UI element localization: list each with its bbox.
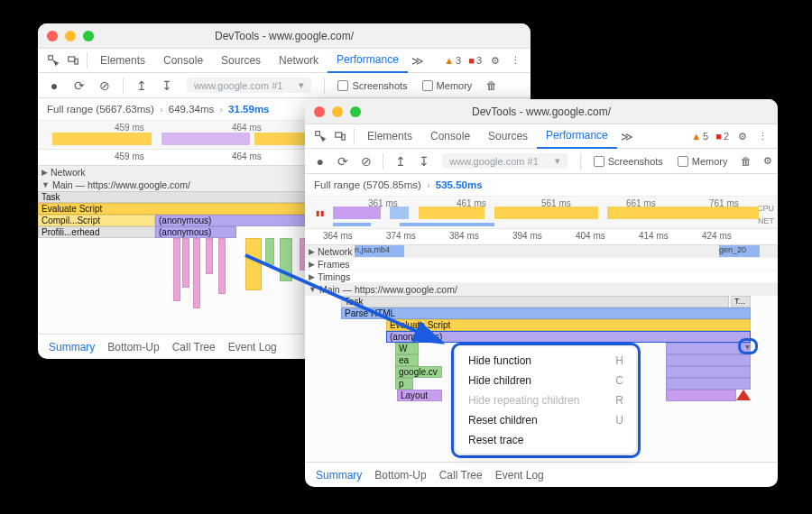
tab-sources[interactable]: Sources	[212, 49, 270, 73]
clear-button[interactable]: ⊘	[94, 77, 115, 95]
tab-console[interactable]: Console	[421, 124, 479, 149]
screenshots-checkbox[interactable]: Screenshots	[594, 156, 663, 167]
breadcrumb-full[interactable]: Full range (5667.63ms)	[47, 104, 154, 115]
record-button[interactable]: ●	[310, 152, 329, 170]
window-title: DevTools - www.google.com/	[38, 30, 531, 42]
kebab-menu-icon[interactable]: ⋮	[505, 50, 525, 70]
tab-performance[interactable]: Performance	[537, 124, 617, 149]
clear-button[interactable]: ⊘	[356, 152, 375, 170]
tab-eventlog[interactable]: Event Log	[228, 335, 277, 359]
chevron-down-icon[interactable]: ▾	[745, 342, 750, 352]
track-network[interactable]: ▶Network n,jsa,mb4 gen_20	[305, 245, 778, 258]
upload-icon[interactable]: ↥	[131, 77, 152, 95]
context-menu-highlight: Hide functionH Hide childrenC Hide repea…	[451, 343, 641, 458]
tab-console[interactable]: Console	[154, 49, 212, 73]
flame-evaluate-script[interactable]: Evaluate Script	[386, 319, 751, 331]
recording-select[interactable]: www.google.com #1 ▾	[187, 78, 311, 93]
issues-warnings[interactable]: ▲3	[440, 55, 465, 66]
chevron-down-icon: ▾	[555, 155, 560, 167]
trash-icon[interactable]: 🗑	[481, 77, 503, 95]
issues-warnings[interactable]: ▲5	[687, 131, 712, 142]
network-detail[interactable]: n,jsa,mb4	[355, 245, 404, 257]
track-timings[interactable]: ▶Timings	[305, 271, 778, 283]
breadcrumb-full[interactable]: Full range (5705.85ms)	[314, 179, 421, 190]
reload-record-button[interactable]: ⟳	[333, 152, 352, 170]
device-toggle-icon[interactable]	[63, 50, 83, 70]
settings-icon[interactable]: ⚙	[763, 155, 772, 167]
device-toggle-icon[interactable]	[330, 126, 350, 146]
network-gen[interactable]: gen_20	[719, 245, 760, 257]
flame-profile[interactable]: Profili...erhead	[38, 226, 155, 238]
tab-sources[interactable]: Sources	[479, 124, 537, 149]
dropdown-highlight: ▾	[738, 338, 758, 354]
chevron-down-icon: ▾	[299, 79, 304, 91]
flame-google-cv[interactable]: google.cv	[395, 366, 442, 378]
memory-checkbox[interactable]: Memory	[422, 80, 473, 91]
tab-bottomup[interactable]: Bottom-Up	[107, 335, 159, 359]
settings-icon[interactable]: ⚙	[485, 50, 505, 70]
memory-checkbox[interactable]: Memory	[678, 156, 728, 167]
ctx-hide-repeating: Hide repeating childrenR	[456, 390, 636, 410]
track-frames[interactable]: ▶Frames	[305, 258, 778, 271]
svg-rect-3	[316, 132, 320, 136]
time-ruler[interactable]: 364 ms 374 ms 384 ms 394 ms 404 ms 414 m…	[305, 229, 778, 245]
trash-icon[interactable]: 🗑	[737, 152, 756, 170]
overview-minimap[interactable]: 361 ms 461 ms 561 ms 661 ms 761 ms CPU N…	[305, 197, 778, 229]
flame-w[interactable]: W	[395, 343, 419, 354]
download-icon[interactable]: ↧	[156, 77, 178, 95]
flame-p[interactable]: p	[395, 378, 413, 390]
more-tabs-icon[interactable]: ≫	[617, 130, 637, 143]
tab-performance[interactable]: Performance	[328, 49, 408, 73]
recording-select[interactable]: www.google.com #1 ▾	[442, 153, 567, 169]
context-menu[interactable]: Hide functionH Hide childrenC Hide repea…	[456, 347, 636, 454]
track-main[interactable]: ▼Main — https://www.google.com/	[305, 283, 778, 296]
svg-rect-0	[49, 56, 53, 60]
tab-bottomup[interactable]: Bottom-Up	[374, 463, 426, 487]
flame-task[interactable]: Task	[341, 296, 729, 307]
ctx-hide-function[interactable]: Hide functionH	[456, 351, 636, 371]
flame-layout[interactable]: Layout	[397, 390, 442, 401]
divider	[87, 52, 88, 69]
inspect-icon[interactable]	[310, 126, 330, 146]
ctx-reset-trace[interactable]: Reset trace	[456, 430, 636, 450]
svg-rect-5	[342, 134, 346, 140]
tab-summary[interactable]: Summary	[49, 335, 95, 359]
breadcrumb-mid[interactable]: 649.34ms	[169, 104, 215, 115]
reload-record-button[interactable]: ⟳	[69, 77, 90, 95]
tab-elements[interactable]: Elements	[91, 49, 154, 73]
record-button[interactable]: ●	[43, 77, 65, 95]
upload-icon[interactable]: ↥	[391, 152, 410, 170]
ctx-hide-children[interactable]: Hide childrenC	[456, 371, 636, 390]
flame-anonymous-2[interactable]: (anonymous)	[155, 226, 236, 238]
flame-compile-script[interactable]: Compil...Script	[38, 215, 155, 226]
breadcrumb-current[interactable]: 535.50ms	[436, 179, 483, 190]
issues-errors[interactable]: ■3	[465, 55, 485, 66]
settings-icon[interactable]: ⚙	[733, 126, 752, 146]
flame-task-short[interactable]: T...	[731, 296, 751, 307]
download-icon[interactable]: ↧	[414, 152, 433, 170]
tab-elements[interactable]: Elements	[358, 124, 421, 149]
tab-network[interactable]: Network	[270, 49, 328, 73]
flame-anonymous-selected[interactable]: (anonymous)	[386, 331, 751, 343]
screenshots-checkbox[interactable]: Screenshots	[337, 80, 407, 91]
inspect-icon[interactable]	[43, 50, 63, 70]
more-tabs-icon[interactable]: ≫	[408, 54, 428, 68]
warning-marker-icon	[736, 390, 751, 400]
flame-ea[interactable]: ea	[395, 354, 419, 366]
tab-calltree[interactable]: Call Tree	[172, 335, 216, 359]
breadcrumb-current[interactable]: 31.59ms	[228, 104, 269, 115]
titlebar[interactable]: DevTools - www.google.com/	[38, 23, 531, 49]
tab-calltree[interactable]: Call Tree	[439, 463, 483, 487]
breadcrumb[interactable]: Full range (5705.85ms) › 535.50ms	[305, 174, 778, 197]
panel-tabs: Elements Console Sources Network Perform…	[38, 49, 531, 73]
issues-errors[interactable]: ■2	[712, 131, 733, 142]
svg-rect-2	[75, 59, 78, 64]
window-title: DevTools - www.google.com/	[305, 106, 778, 118]
flame-parse-html[interactable]: Parse HTML	[341, 307, 751, 319]
ctx-reset-children[interactable]: Reset childrenU	[456, 410, 636, 430]
recording-label: www.google.com #1	[449, 156, 538, 167]
tab-summary[interactable]: Summary	[316, 463, 362, 487]
kebab-menu-icon[interactable]: ⋮	[752, 126, 772, 146]
tab-eventlog[interactable]: Event Log	[495, 463, 544, 487]
titlebar[interactable]: DevTools - www.google.com/	[305, 99, 778, 124]
